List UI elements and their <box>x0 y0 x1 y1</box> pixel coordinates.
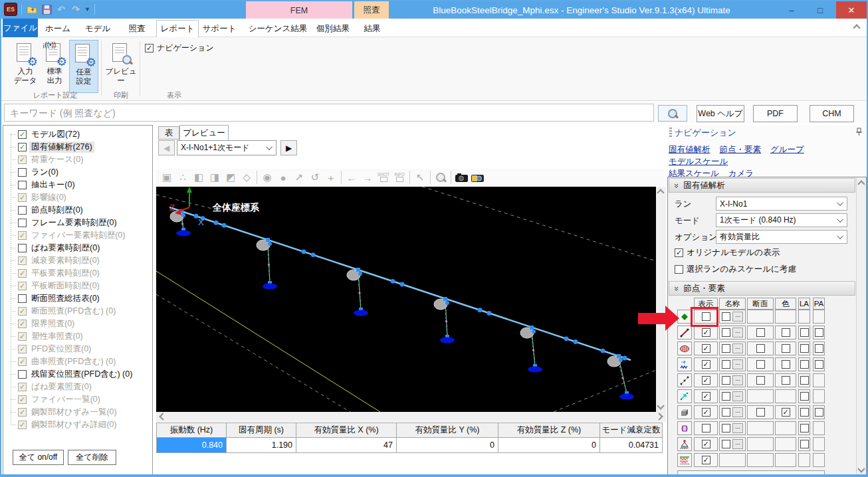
la-checkbox[interactable] <box>798 357 810 371</box>
node-icon[interactable] <box>677 310 692 324</box>
checkbox[interactable] <box>800 392 809 401</box>
view-iso-icon[interactable]: ◧ <box>191 170 207 185</box>
pan-icon[interactable]: + <box>323 170 339 185</box>
view-top-icon[interactable]: ◨ <box>207 170 223 185</box>
field-dropdown[interactable]: 1次モード (0.840 Hz) <box>716 213 847 227</box>
checkbox[interactable] <box>702 392 710 401</box>
tree-item-checkbox[interactable] <box>18 383 27 391</box>
la-checkbox[interactable] <box>798 405 810 419</box>
support-icon[interactable] <box>677 437 692 451</box>
open-file-icon[interactable] <box>26 3 38 15</box>
rigid-link-icon[interactable] <box>677 389 692 403</box>
checkbox[interactable] <box>702 376 710 385</box>
tree-item-label[interactable]: 断面照査(PFD含む) (0) <box>29 306 118 317</box>
section-node-element-header[interactable]: » 節点・要素 <box>669 281 855 296</box>
tree-item-checkbox[interactable] <box>18 345 27 353</box>
zoom-window-icon[interactable]: ◉ <box>259 170 275 185</box>
tab-8[interactable]: 結果 <box>356 20 389 37</box>
checkbox[interactable] <box>722 376 730 385</box>
tree-item-checkbox[interactable] <box>18 130 27 139</box>
view-frustum-icon[interactable]: ◇ <box>239 170 255 185</box>
more-options-button[interactable]: ... <box>732 375 743 385</box>
tree-item-label[interactable]: 節点時刻歴(0) <box>29 205 85 216</box>
checkbox[interactable] <box>782 360 790 369</box>
tree-item-checkbox[interactable] <box>18 395 27 404</box>
spring-element-icon[interactable] <box>677 357 692 371</box>
tree-item-label[interactable]: 固有値解析(276) <box>29 142 94 153</box>
fit-view-icon[interactable]: ▣ <box>159 170 175 185</box>
custom-settings-button[interactable]: ⚙任意設定 <box>69 40 98 93</box>
camera-icon[interactable] <box>453 170 469 185</box>
tree-item-checkbox[interactable] <box>18 370 27 379</box>
pa-checkbox[interactable] <box>813 357 825 371</box>
tab-preview[interactable]: プレビュー <box>179 125 229 140</box>
checkbox[interactable] <box>800 360 809 369</box>
section-checkbox[interactable] <box>747 326 774 339</box>
section-checkbox[interactable] <box>747 373 774 387</box>
result-value-cell[interactable]: 1.190 <box>226 437 296 453</box>
color-checkbox[interactable] <box>775 341 796 355</box>
checkbox[interactable] <box>702 456 710 464</box>
more-options-button[interactable]: ... <box>732 312 743 322</box>
fiber-section-icon[interactable] <box>677 341 692 355</box>
more-options-button[interactable]: ... <box>732 328 743 337</box>
checkbox[interactable] <box>782 328 790 337</box>
checkbox[interactable] <box>702 408 710 417</box>
solid-element-icon[interactable] <box>677 405 692 419</box>
la-checkbox[interactable] <box>798 421 810 435</box>
color-checkbox[interactable] <box>775 357 796 371</box>
viewport-vertical-scrollbar[interactable] <box>656 187 666 412</box>
maximize-button[interactable]: □ <box>806 1 835 19</box>
tree-item-checkbox[interactable] <box>18 421 27 429</box>
tree-item-label[interactable]: ファイバー一覧(0) <box>29 394 102 405</box>
show-checkbox[interactable] <box>694 357 718 371</box>
navigation-checkbox[interactable]: ナビゲーション <box>145 43 214 54</box>
result-value-cell[interactable]: 0.04731 <box>599 437 663 453</box>
name-cell[interactable]: ... <box>719 326 746 339</box>
tree-item-label[interactable]: 塑性率照査(0) <box>29 331 85 342</box>
zoom-object-icon[interactable]: ● <box>275 170 291 185</box>
more-options-button[interactable]: ... <box>732 407 743 417</box>
checkbox[interactable] <box>675 248 683 257</box>
checkbox[interactable] <box>675 265 683 274</box>
checkbox[interactable] <box>722 408 730 417</box>
section-eigen-header[interactable]: » 固有値解析 <box>669 178 855 193</box>
checkbox[interactable] <box>756 376 765 385</box>
la-checkbox[interactable] <box>798 326 810 339</box>
tree-item-label[interactable]: ファイバー要素時刻歴(0) <box>29 230 127 241</box>
tree-item-checkbox[interactable] <box>18 231 27 240</box>
checkbox[interactable] <box>722 440 730 448</box>
selected-run-scale-checkbox[interactable]: 選択ランのみスケールに考慮 <box>675 264 796 275</box>
tree-item-checkbox[interactable] <box>18 282 27 290</box>
checkbox[interactable] <box>800 376 809 385</box>
qat-more-icon[interactable]: ▼ <box>84 6 90 13</box>
search-button[interactable] <box>658 105 687 122</box>
show-checkbox[interactable] <box>694 437 718 451</box>
la-checkbox[interactable] <box>798 437 810 451</box>
show-checkbox[interactable] <box>694 405 718 419</box>
field-dropdown[interactable]: 有効質量比 <box>716 230 847 244</box>
delete-all-button[interactable]: 全て削除 <box>68 450 116 465</box>
checkbox[interactable] <box>702 344 710 353</box>
show-checkbox[interactable] <box>694 373 718 387</box>
tab-4[interactable]: レポート <box>156 20 199 37</box>
color-checkbox[interactable] <box>775 326 796 339</box>
tree-item-label[interactable]: 鋼製部材ひずみ詳細(0) <box>29 419 119 430</box>
nav-link-2[interactable]: グループ <box>770 145 804 154</box>
shot-icon[interactable]: SHOT <box>376 170 391 185</box>
checkbox[interactable] <box>815 328 823 337</box>
la-checkbox[interactable] <box>798 389 810 403</box>
checkbox[interactable] <box>782 376 790 385</box>
show-checkbox[interactable] <box>694 453 718 467</box>
beam-element-icon[interactable] <box>677 326 692 339</box>
tree-item-checkbox[interactable] <box>18 332 27 341</box>
close-button[interactable]: ✕ <box>836 1 867 19</box>
info-icon[interactable]: INFO <box>391 170 407 185</box>
name-cell[interactable]: ... <box>719 405 746 419</box>
view-front-icon[interactable]: ◩ <box>223 170 239 185</box>
tree-item-label[interactable]: 残留変位照査(PFD含む) (0) <box>29 369 134 380</box>
model-viewport[interactable]: Z X 全体座標系 <box>156 187 656 412</box>
link-element-icon[interactable] <box>677 373 692 387</box>
more-options-button[interactable]: ... <box>732 439 743 449</box>
tree-item-checkbox[interactable] <box>18 155 27 164</box>
